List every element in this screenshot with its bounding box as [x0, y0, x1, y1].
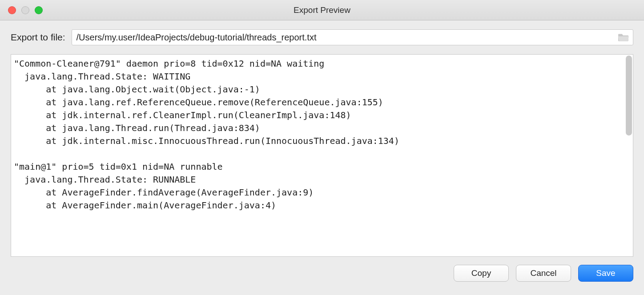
close-window-button[interactable] — [8, 6, 16, 14]
copy-button[interactable]: Copy — [454, 265, 509, 282]
dialog-buttons: Copy Cancel Save — [0, 257, 644, 282]
export-preview-text[interactable]: "Common-Cleaner@791" daemon prio=8 tid=0… — [11, 55, 633, 256]
preview-scrollbar[interactable] — [626, 56, 632, 136]
export-file-label: Export to file: — [11, 32, 65, 43]
window-controls — [8, 6, 43, 14]
dialog-content: Export to file: "Common-Cleaner@791" dae… — [0, 20, 644, 257]
export-file-row: Export to file: — [11, 29, 633, 45]
export-preview-pane: "Common-Cleaner@791" daemon prio=8 tid=0… — [11, 54, 633, 257]
cancel-button[interactable]: Cancel — [516, 265, 571, 282]
browse-folder-icon[interactable] — [618, 32, 629, 42]
save-button[interactable]: Save — [578, 265, 633, 282]
export-file-input[interactable] — [76, 32, 618, 43]
zoom-window-button[interactable] — [35, 6, 43, 14]
export-file-field[interactable] — [72, 29, 633, 45]
titlebar: Export Preview — [0, 0, 644, 20]
window-title: Export Preview — [0, 5, 644, 15]
minimize-window-button[interactable] — [21, 6, 29, 14]
